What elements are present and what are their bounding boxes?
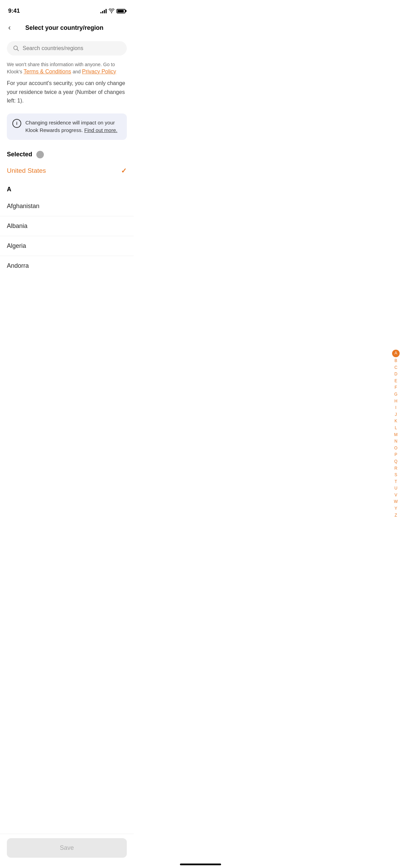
country-items-list: Afghanistan Albania Algeria Andorra <box>0 196 134 276</box>
country-list: United States ✓ <box>0 162 134 180</box>
signal-icon <box>100 9 107 13</box>
selected-section-header: Selected <box>0 144 134 162</box>
status-icons <box>100 9 125 13</box>
find-out-more-link[interactable]: Find out more. <box>84 127 118 133</box>
info-box-text: Changing residence will impact on your K… <box>25 119 121 134</box>
list-item[interactable]: Albania <box>0 216 134 236</box>
search-container <box>0 38 134 61</box>
search-box[interactable] <box>7 41 127 56</box>
and-text: and <box>73 69 82 74</box>
info-box: i Changing residence will impact on your… <box>7 113 127 140</box>
back-button[interactable]: ‹ <box>7 23 12 33</box>
battery-icon <box>117 9 125 13</box>
terms-link[interactable]: Terms & Conditions <box>24 69 71 74</box>
status-time: 9:41 <box>8 8 20 14</box>
list-item[interactable]: Afghanistan <box>0 196 134 216</box>
checkmark-icon: ✓ <box>121 167 127 175</box>
list-item[interactable]: Algeria <box>0 236 134 256</box>
info-icon: i <box>12 119 21 128</box>
alpha-section-a: A <box>0 180 134 196</box>
alpha-label-a: A <box>7 186 11 193</box>
wifi-icon <box>109 9 114 13</box>
page-title: Select your country/region <box>12 24 127 32</box>
privacy-policy-link[interactable]: Privacy Policy <box>82 69 116 74</box>
security-text: For your account's security, you can onl… <box>7 79 127 105</box>
selected-country-item[interactable]: United States ✓ <box>7 162 127 180</box>
status-bar: 9:41 <box>0 0 134 17</box>
search-icon <box>13 45 19 51</box>
list-item[interactable]: Andorra <box>0 256 134 276</box>
search-input[interactable] <box>23 45 121 51</box>
header: ‹ Select your country/region <box>0 17 134 38</box>
svg-line-1 <box>17 49 19 51</box>
info-section: We won't share this information with any… <box>0 61 134 109</box>
selected-dot-indicator <box>36 151 44 158</box>
selected-title: Selected <box>7 151 32 158</box>
selected-country-name: United States <box>7 167 46 174</box>
